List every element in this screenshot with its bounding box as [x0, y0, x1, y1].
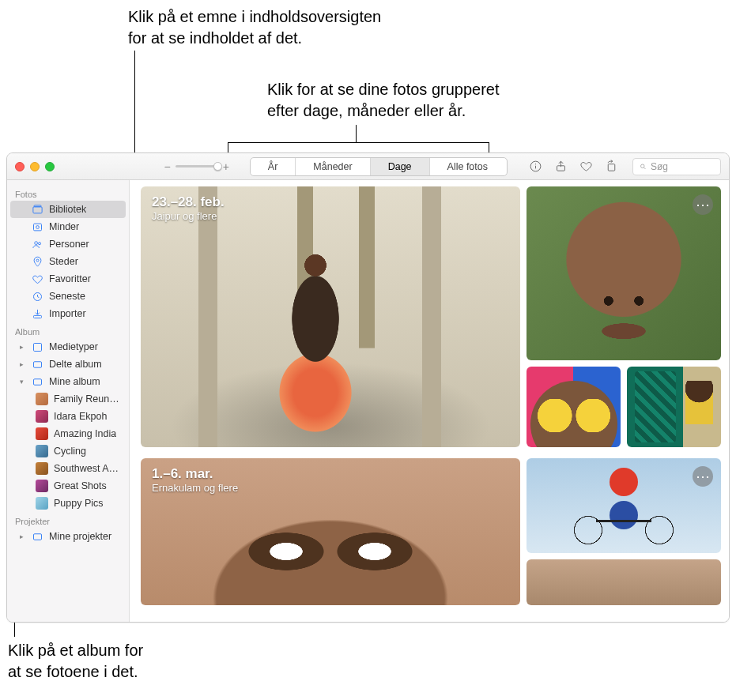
- memories-icon: [31, 220, 43, 233]
- album-thumbnail: [36, 393, 48, 405]
- info-icon[interactable]: [528, 160, 542, 174]
- projects-icon: [31, 530, 43, 543]
- callout-album: Klik på et album for at se fotoene i det…: [8, 640, 143, 683]
- sidebar-item-label: Cycling: [54, 446, 86, 457]
- sidebar-item-personer[interactable]: Personer: [10, 235, 126, 253]
- photos-app-window: − + År Måneder Dage Alle fotos Fotos: [6, 152, 730, 623]
- segment-months[interactable]: Måneder: [296, 158, 370, 175]
- zoom-out-icon: −: [164, 160, 170, 173]
- thumbnail-zoom-slider[interactable]: − +: [164, 160, 228, 173]
- segment-years[interactable]: År: [251, 158, 296, 175]
- svg-rect-4: [608, 164, 615, 171]
- search-input[interactable]: [651, 161, 714, 172]
- date-range-label: 1.–6. mar.: [152, 466, 238, 482]
- sidebar-item-importer[interactable]: Importer: [10, 305, 126, 322]
- svg-rect-8: [34, 205, 41, 206]
- more-options-button[interactable]: ⋯: [693, 466, 713, 487]
- more-options-button[interactable]: ⋯: [693, 194, 713, 215]
- svg-rect-7: [32, 206, 41, 213]
- zoom-slider-knob[interactable]: [213, 162, 222, 171]
- album-thumbnail: [36, 480, 48, 492]
- sidebar-section-album: Album: [7, 322, 129, 338]
- sidebar-item-label: Personer: [49, 239, 89, 250]
- location-label: Ernakulam og flere: [152, 482, 238, 494]
- segment-all-photos[interactable]: Alle fotos: [430, 158, 507, 175]
- sidebar-item-minder[interactable]: Minder: [10, 218, 126, 235]
- day-group-header: 23.–28. feb. Jaipur og flere: [152, 194, 225, 222]
- svg-rect-9: [33, 224, 41, 231]
- sidebar-item-label: Bibliotek: [49, 204, 86, 215]
- sidebar-item-label: Amazing India: [54, 428, 116, 439]
- svg-point-2: [534, 164, 535, 164]
- disclosure-icon[interactable]: ▸: [18, 343, 25, 351]
- callout-view-segment: Klik for at se dine fotos grupperet efte…: [267, 79, 500, 122]
- photo-tile[interactable]: [627, 367, 721, 447]
- photo-tile[interactable]: ⋯: [527, 186, 721, 360]
- sidebar-section-projekter: Projekter: [7, 512, 129, 528]
- sidebar-item-favoritter[interactable]: Favoritter: [10, 270, 126, 288]
- sidebar-section-fotos: Fotos: [7, 185, 129, 201]
- photo-tile-hero[interactable]: 23.–28. feb. Jaipur og flere: [141, 186, 520, 447]
- sidebar-album-amazing-india[interactable]: Amazing India: [10, 425, 126, 442]
- sidebar-album-southwest[interactable]: Southwest A…: [10, 460, 126, 477]
- callout-bracket-right: [489, 142, 489, 153]
- recents-icon: [31, 290, 43, 303]
- library-icon: [31, 203, 43, 216]
- photo-tile[interactable]: [527, 559, 721, 605]
- location-label: Jaipur og flere: [152, 210, 225, 222]
- sidebar-item-bibliotek[interactable]: Bibliotek: [10, 201, 126, 218]
- sidebar-album-family-reunion[interactable]: Family Reuni…: [10, 390, 126, 408]
- favorite-icon[interactable]: [579, 160, 593, 174]
- sidebar-item-label: Mine projekter: [49, 531, 111, 542]
- search-icon: [640, 162, 647, 171]
- svg-rect-19: [33, 533, 41, 540]
- svg-point-11: [34, 241, 37, 244]
- day-group: 1.–6. mar. Ernakulam og flere ⋯: [130, 447, 729, 605]
- toolbar-actions: [528, 160, 618, 174]
- sidebar-album-cycling[interactable]: Cycling: [10, 442, 126, 460]
- toolbar: − + År Måneder Dage Alle fotos: [7, 153, 729, 180]
- sidebar-item-delte-album[interactable]: ▸ Delte album: [10, 356, 126, 373]
- callout-sidebar-topic: Klik på et emne i indholdsoversigten for…: [128, 6, 381, 49]
- sidebar-item-label: Southwest A…: [54, 463, 119, 474]
- disclosure-icon[interactable]: ▾: [18, 378, 25, 386]
- places-icon: [31, 255, 43, 268]
- day-group-header: 1.–6. mar. Ernakulam og flere: [152, 466, 238, 494]
- sidebar-item-label: Puppy Pics: [54, 498, 104, 509]
- sidebar-item-mine-projekter[interactable]: ▸ Mine projekter: [10, 528, 126, 545]
- album-thumbnail: [36, 427, 48, 440]
- photo-grid[interactable]: 23.–28. feb. Jaipur og flere ⋯: [130, 180, 729, 622]
- sidebar-item-mine-album[interactable]: ▾ Mine album: [10, 373, 126, 390]
- sidebar-album-great-shots[interactable]: Great Shots: [10, 477, 126, 495]
- segment-days[interactable]: Dage: [371, 158, 430, 175]
- window-minimize-button[interactable]: [30, 162, 40, 171]
- album-thumbnail: [36, 410, 48, 423]
- sidebar: Fotos Bibliotek Minder Personer Steder: [7, 180, 130, 622]
- sidebar-item-medietyper[interactable]: ▸ Medietyper: [10, 338, 126, 356]
- sidebar-item-label: Mine album: [49, 376, 100, 387]
- sidebar-album-idara-ekpoh[interactable]: Idara Ekpoh: [10, 408, 126, 425]
- svg-line-6: [644, 167, 646, 169]
- window-zoom-button[interactable]: [45, 162, 55, 171]
- photo-tile-hero[interactable]: 1.–6. mar. Ernakulam og flere: [141, 458, 520, 605]
- search-field[interactable]: [632, 158, 721, 175]
- disclosure-icon[interactable]: ▸: [18, 360, 25, 368]
- date-range-label: 23.–28. feb.: [152, 194, 225, 210]
- sidebar-album-puppy-pics[interactable]: Puppy Pics: [10, 495, 126, 512]
- zoom-slider-track[interactable]: [176, 165, 218, 167]
- photo-tile[interactable]: ⋯: [527, 458, 721, 553]
- people-icon: [31, 238, 43, 250]
- album-thumbnail: [36, 445, 48, 457]
- sidebar-item-label: Family Reuni…: [54, 393, 119, 405]
- rotate-icon[interactable]: [604, 160, 618, 174]
- window-controls: [15, 162, 55, 171]
- sidebar-item-seneste[interactable]: Seneste: [10, 288, 126, 305]
- share-icon[interactable]: [553, 160, 568, 174]
- photo-tile[interactable]: [527, 367, 621, 447]
- zoom-in-icon: +: [223, 160, 229, 173]
- callout-bracket-stem: [356, 125, 357, 142]
- window-close-button[interactable]: [15, 162, 25, 171]
- sidebar-item-steder[interactable]: Steder: [10, 253, 126, 270]
- disclosure-icon[interactable]: ▸: [18, 533, 25, 540]
- svg-point-13: [36, 259, 39, 262]
